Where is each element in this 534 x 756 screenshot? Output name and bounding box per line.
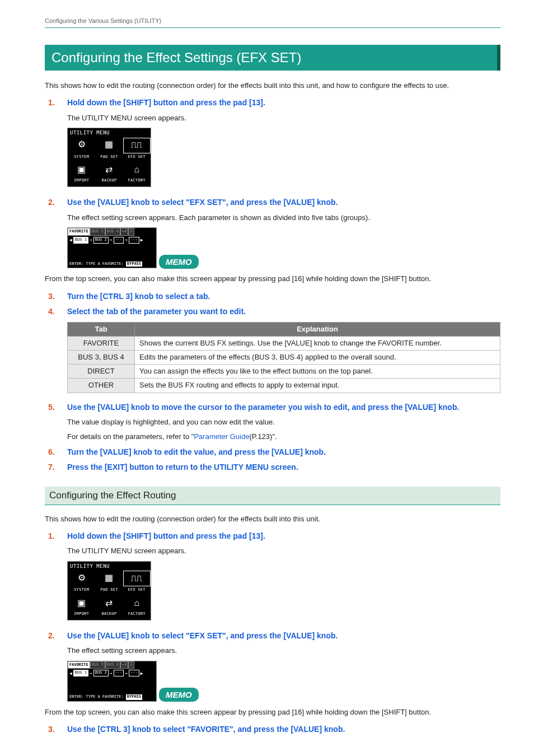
memo-text: From the top screen, you can also make t… xyxy=(45,707,500,717)
page-title: Configuring the Effect Settings (EFX SET… xyxy=(45,45,500,71)
step-subtext: The effect setting screen appears. xyxy=(67,646,500,656)
memo-badge: MEMO xyxy=(159,688,199,702)
footer-text: ENTER: TYPE A xyxy=(69,694,100,700)
table-row: BUS 3, BUS 4 Edits the parameters of the… xyxy=(68,351,500,365)
step-instruction: Press the [EXIT] button to return to the… xyxy=(67,462,298,473)
step-subtext: The value display is highlighted, and yo… xyxy=(67,417,500,427)
step-subtext: For details on the parameters, refer to … xyxy=(67,432,500,442)
step-instruction: Turn the [CTRL 3] knob to select a tab. xyxy=(67,291,210,302)
table-cell: BUS 3, BUS 4 xyxy=(68,351,135,365)
arrow-right-icon: ▶ xyxy=(140,670,143,676)
intro-text: This shows how to edit the routing (conn… xyxy=(45,81,500,91)
table-row: DIRECT You can assign the effects you li… xyxy=(68,365,500,379)
step-subtext: The UTILITY MENU screen appears. xyxy=(67,113,500,123)
step-instruction: Use the [VALUE] knob to move the cursor … xyxy=(67,402,459,413)
bus-block: --- xyxy=(129,670,139,676)
step-number: 3. xyxy=(48,291,67,302)
efx-tab: FAVORITE xyxy=(68,228,90,236)
efx-tab: ▸4 xyxy=(120,661,128,669)
icon-label: IMPORT xyxy=(68,612,95,619)
efx-tab: 5 xyxy=(128,228,134,236)
arrow-icon: → xyxy=(125,670,128,676)
sliders-icon: ⎍⎍ xyxy=(124,139,150,152)
icon-label: PAD SET xyxy=(95,587,123,595)
efx-tab: BUS 3 xyxy=(90,661,105,669)
utility-menu-screenshot: UTILITY MENU ⚙ ▦ ⎍⎍ SYSTEM PAD SET EFX S… xyxy=(67,128,151,187)
gear-icon: ⚙ xyxy=(68,572,95,584)
section-heading: Configuring the Effect Routing xyxy=(45,487,500,505)
bypass-badge: BYPASS xyxy=(126,262,142,267)
sd-icon: ▣ xyxy=(68,164,95,176)
arrow-icon: → xyxy=(90,670,92,676)
bus-block: BUS 1 xyxy=(73,670,88,676)
step-number: 6. xyxy=(48,447,67,458)
efx-tab: BUS 4 xyxy=(105,228,120,236)
icon-label: EFX SET xyxy=(123,587,151,595)
step-instruction: Use the [VALUE] knob to select "EFX SET"… xyxy=(67,631,338,642)
step-number: 2. xyxy=(48,631,67,642)
screenshot-title: UTILITY MENU xyxy=(68,562,151,571)
step-instruction: Use the [CTRL 3] knob to select "FAVORIT… xyxy=(67,724,345,735)
grid-icon: ▦ xyxy=(95,572,123,584)
footer-text: ENTER: TYPE A xyxy=(69,262,100,267)
table-row: OTHER Sets the BUS FX routing and effect… xyxy=(68,379,500,393)
sliders-icon: ⎍⎍ xyxy=(124,572,150,585)
memo-badge: MEMO xyxy=(159,255,199,269)
step-instruction: Use the [VALUE] knob to select "EFX SET"… xyxy=(67,197,338,208)
efx-set-screenshot: FAVORITE BUS 3 BUS 4 ▸4 5 ◀ BUS 1 → BUS … xyxy=(67,227,157,268)
gear-icon: ⚙ xyxy=(68,139,95,151)
efx-tab: 5 xyxy=(128,661,134,669)
arrow-right-icon: ▶ xyxy=(140,237,143,243)
factory-icon: ⌂ xyxy=(123,597,151,609)
step-instruction: Hold down the [SHIFT] button and press t… xyxy=(67,97,265,109)
parameter-guide-link[interactable]: Parameter Guide xyxy=(194,432,249,441)
icon-label: BACKUP xyxy=(95,178,123,185)
sd-icon: ▣ xyxy=(68,597,95,609)
step-number: 7. xyxy=(48,462,67,473)
icon-label: IMPORT xyxy=(68,178,95,185)
step-instruction: Hold down the [SHIFT] button and press t… xyxy=(67,531,265,542)
bus-block: BUS 1 xyxy=(73,237,88,244)
table-cell: Edits the parameters of the effects (BUS… xyxy=(135,351,500,365)
step-instruction: Select the tab of the parameter you want… xyxy=(67,306,246,318)
step-subtext: The UTILITY MENU screen appears. xyxy=(67,546,500,556)
footer-text: FAVORITE: xyxy=(102,694,124,700)
table-cell: OTHER xyxy=(68,379,135,393)
icon-label: SYSTEM xyxy=(68,155,95,162)
step-instruction: Turn the [VALUE] knob to edit the value,… xyxy=(67,447,326,458)
grid-icon: ▦ xyxy=(95,139,123,151)
efx-tab: BUS 4 xyxy=(105,661,120,669)
screenshot-title: UTILITY MENU xyxy=(68,128,151,138)
efx-tab: FAVORITE xyxy=(68,661,90,669)
arrow-icon: → xyxy=(90,237,92,243)
bus-block: --- xyxy=(114,237,124,244)
icon-label: FACTORY xyxy=(123,178,151,185)
utility-menu-screenshot: UTILITY MENU ⚙ ▦ ⎍⎍ SYSTEM PAD SET EFX S… xyxy=(67,561,151,620)
efx-tab: ▸4 xyxy=(120,228,128,236)
breadcrumb: Configuring the Various Settings (UTILIT… xyxy=(45,17,500,28)
table-cell: You can assign the effects you like to t… xyxy=(135,365,500,379)
icon-label: EFX SET xyxy=(123,155,151,162)
bus-block: BUS 2 xyxy=(93,670,109,676)
icon-label: FACTORY xyxy=(123,612,151,619)
step-number: 1. xyxy=(48,531,67,542)
table-header: Explanation xyxy=(135,322,500,336)
arrows-icon: ⇄ xyxy=(95,164,123,176)
icon-label: SYSTEM xyxy=(68,587,95,595)
arrow-icon: → xyxy=(110,237,113,243)
factory-icon: ⌂ xyxy=(123,164,151,176)
step-number: 5. xyxy=(48,402,67,413)
step-subtext: The effect setting screen appears. Each … xyxy=(67,213,500,223)
arrow-left-icon: ◀ xyxy=(69,237,72,243)
memo-text: From the top screen, you can also make t… xyxy=(45,274,500,284)
section-intro: This shows how to edit the routing (conn… xyxy=(45,514,500,524)
efx-set-screenshot: FAVORITE BUS 3 BUS 4 ▸4 5 ◀ BUS 1 → BUS … xyxy=(67,661,157,702)
table-header: Tab xyxy=(68,322,135,336)
bus-block: --- xyxy=(114,670,124,676)
table-cell: Shows the current BUS FX settings. Use t… xyxy=(135,336,500,350)
step-number: 3. xyxy=(48,724,67,735)
table-cell: DIRECT xyxy=(68,365,135,379)
bus-block: --- xyxy=(129,237,139,244)
arrow-icon: → xyxy=(125,237,128,243)
bus-block: BUS 2 xyxy=(93,237,109,244)
